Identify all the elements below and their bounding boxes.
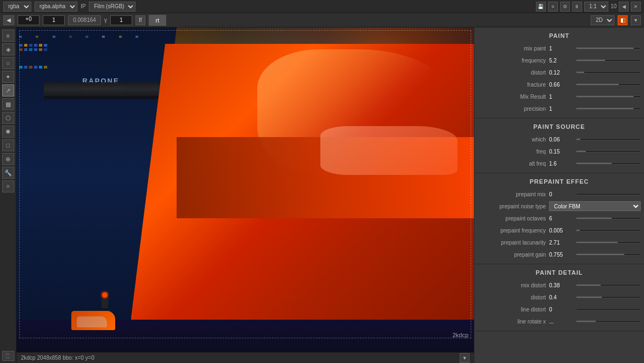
param-alt-freq-value[interactable]: 1.6	[549, 161, 574, 167]
param-alt-freq-slider[interactable]	[576, 162, 641, 165]
param-frequency-slider[interactable]	[576, 59, 641, 61]
param-mix-result-label: Mix Result	[478, 94, 549, 100]
param-line-distort: line distort 0	[474, 303, 644, 315]
viewer-image: RAPONE CORPORATION	[16, 27, 474, 352]
arrow-down-icon[interactable]: ▼	[631, 15, 641, 25]
param-detail-distort-label: distort	[478, 294, 549, 300]
settings-icon[interactable]: ⚙	[560, 2, 570, 12]
param-prepaint-frequency-slider[interactable]	[576, 229, 641, 231]
pause-icon[interactable]: ⏸	[572, 2, 582, 12]
param-detail-distort-slider[interactable]	[576, 296, 641, 298]
param-prepaint-octaves-slider[interactable]	[576, 217, 641, 219]
param-prepaint-octaves-value[interactable]: 6	[549, 215, 574, 222]
param-prepaint-gain-slider[interactable]	[576, 253, 641, 256]
tool-crosshair[interactable]: ⊕	[2, 153, 14, 165]
param-fracture-slider[interactable]	[576, 83, 641, 86]
if-btn[interactable]: If	[135, 15, 145, 25]
param-which-value[interactable]: 0.06	[549, 137, 574, 143]
channel2-dropdown[interactable]: rgba.alpha	[35, 2, 77, 12]
prev-icon[interactable]: ◀	[619, 2, 629, 12]
tool-asterisk[interactable]: ✱	[2, 126, 14, 138]
param-line-distort-value[interactable]: 0	[549, 307, 574, 313]
param-distort-slider[interactable]	[576, 71, 641, 73]
traffic-light	[101, 292, 108, 308]
param-fracture-value[interactable]: 0.66	[549, 82, 574, 88]
param-freq-value[interactable]: 0.15	[549, 149, 574, 155]
tool-rect[interactable]: □	[2, 139, 14, 151]
param-mix-paint: mix paint 1	[474, 42, 644, 54]
param-prepaint-frequency-value[interactable]: 0.005	[549, 228, 574, 234]
param-mix-distort: mix distort 0.38	[474, 279, 644, 291]
frame-input[interactable]: 1	[43, 15, 65, 25]
paint-detail-section: PAINT DETAIL mix distort 0.38 distort 0.…	[474, 264, 644, 331]
save-icon[interactable]: 💾	[536, 2, 546, 12]
param-prepaint-mix-slider[interactable]	[576, 193, 641, 195]
param-prepaint-noise-dropdown[interactable]: Color FBM	[549, 201, 641, 211]
param-prepaint-noise-label: prepaint noise type	[478, 203, 549, 209]
param-which-slider[interactable]	[576, 138, 641, 140]
param-distort-value[interactable]: 0.12	[549, 70, 574, 76]
frame-range-input[interactable]: 0.008164	[68, 15, 101, 25]
scroll-down-icon[interactable]: ▼	[460, 353, 470, 363]
colorspace-dropdown[interactable]: Film (sRGB)	[89, 2, 135, 12]
tool-star[interactable]: ✦	[2, 71, 14, 83]
tool-hex[interactable]: ⬡	[2, 112, 14, 124]
wipe-btn[interactable]: ◧	[618, 15, 628, 25]
status-info: 2kdcp 2048x858 bbo: x=0 y=0	[21, 355, 94, 361]
paint-source-title: PAINT SOURCE	[474, 122, 644, 133]
viewer-canvas[interactable]: RAPONE CORPORATION	[16, 27, 474, 352]
param-prepaint-lacunarity-value[interactable]: 2.71	[549, 240, 574, 246]
paint-detail-title: PAINT DETAIL	[474, 268, 644, 279]
param-mix-result-slider[interactable]	[576, 95, 641, 98]
param-line-rotate-x-value[interactable]: ...	[549, 319, 574, 325]
param-line-distort-slider[interactable]	[576, 308, 641, 310]
param-prepaint-mix-value[interactable]: 0	[549, 191, 574, 197]
traffic-light-red	[102, 292, 108, 298]
close-icon[interactable]: ✕	[631, 2, 641, 12]
param-frequency-label: frequency	[478, 58, 549, 64]
tool-circle[interactable]: ○	[2, 57, 14, 69]
param-precision-value[interactable]: 1	[549, 106, 574, 112]
mode-dropdown[interactable]: 2D	[591, 15, 614, 25]
param-mix-result-value[interactable]: 1	[549, 94, 574, 100]
param-precision: precision 1	[474, 103, 644, 115]
param-distort: distort 0.12	[474, 66, 644, 78]
param-freq-slider[interactable]	[576, 150, 641, 152]
rt-tab[interactable]: rt	[149, 15, 167, 26]
param-mix-distort-label: mix distort	[478, 282, 549, 288]
param-fracture-label: fracture	[478, 82, 549, 88]
param-mix-distort-slider[interactable]	[576, 284, 641, 286]
param-freq: freq 0.15	[474, 145, 644, 157]
tool-select[interactable]: ◈	[2, 43, 14, 55]
param-prepaint-lacunarity-slider[interactable]	[576, 241, 641, 243]
nav-prev-btn[interactable]: ◀	[3, 15, 14, 25]
param-precision-slider[interactable]	[576, 107, 641, 110]
tool-menu[interactable]: ≡	[2, 30, 14, 42]
param-line-rotate-x-slider[interactable]	[576, 320, 641, 322]
param-mix-paint-slider[interactable]	[576, 47, 641, 49]
tool-magic[interactable]: ✧	[2, 180, 14, 192]
param-mix-paint-value[interactable]: 1	[549, 46, 574, 52]
channel1-dropdown[interactable]: rgba	[3, 2, 31, 12]
param-prepaint-gain-value[interactable]: 0.755	[549, 252, 574, 258]
right-panel: PAINT mix paint 1 frequency 5.2 distort …	[474, 27, 644, 363]
frame-count: 10	[611, 3, 617, 9]
param-line-rotate-x: line rotate x ...	[474, 315, 644, 327]
tool-grid[interactable]: ▦	[2, 98, 14, 110]
param-alt-freq: alt freq 1.6	[474, 157, 644, 169]
param-detail-distort-value[interactable]: 0.4	[549, 294, 574, 300]
ip-label: IP	[81, 3, 86, 9]
paint-source-section: PAINT SOURCE which 0.06 freq 0.15 alt fr…	[474, 118, 644, 173]
tool-revvision[interactable]: RE:Vis	[2, 351, 14, 361]
gamma-input[interactable]	[110, 15, 132, 25]
param-mix-distort-value[interactable]: 0.38	[549, 282, 574, 288]
param-prepaint-frequency: prepaint frequency 0.005	[474, 224, 644, 236]
param-frequency-value[interactable]: 5.2	[549, 58, 574, 64]
zoom-dropdown[interactable]: 1:1	[584, 2, 608, 12]
param-frequency: frequency 5.2	[474, 54, 644, 66]
param-precision-label: precision	[478, 106, 549, 112]
tool-wrench[interactable]: 🔧	[2, 167, 14, 179]
tool-arrow[interactable]: ↗	[2, 84, 14, 97]
top-bar-icons: 💾 ≡ ⚙ ⏸ 1:1 10 ◀ ✕	[536, 2, 641, 12]
list-icon[interactable]: ≡	[548, 2, 558, 12]
